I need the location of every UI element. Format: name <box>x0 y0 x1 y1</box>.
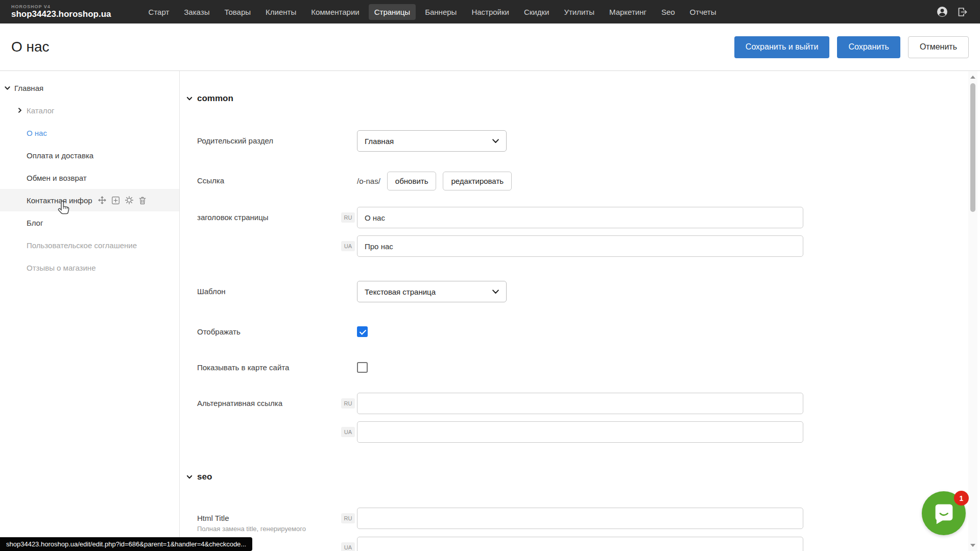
display-checkbox[interactable] <box>357 326 368 337</box>
pages-tree-sidebar: Главная Каталог О нас Оплата и доставка … <box>0 71 180 551</box>
html-title-ru-input[interactable] <box>357 508 803 529</box>
nav-clients[interactable]: Клиенты <box>260 4 302 20</box>
logout-icon[interactable] <box>957 7 968 17</box>
tree-item-blog[interactable]: Блог <box>0 211 179 234</box>
nav-seo[interactable]: Seo <box>656 4 681 20</box>
topbar: HOROSHOP V4 shop34423.horoshop.ua Старт … <box>0 0 980 23</box>
nav-marketing[interactable]: Маркетинг <box>604 4 652 20</box>
tree-item-about[interactable]: О нас <box>0 122 179 144</box>
lang-badge-ua: UA <box>341 241 355 251</box>
settings-icon[interactable] <box>125 196 134 205</box>
nav-start[interactable]: Старт <box>143 4 175 20</box>
tree-item-label: Оплата и доставка <box>27 151 93 160</box>
tree-item-label: Каталог <box>27 106 55 115</box>
chat-bubble-icon <box>931 500 957 526</box>
lang-badge-ru: RU <box>341 212 355 223</box>
vertical-scrollbar[interactable] <box>968 71 977 551</box>
tree-item-user-agreement[interactable]: Пользовательское соглашение <box>0 234 179 256</box>
select-value: Главная <box>365 137 394 146</box>
status-url-tooltip: shop34423.horoshop.ua/edit/edit.php?id=6… <box>0 537 252 551</box>
tree-item-label: Пользовательское соглашение <box>27 241 137 250</box>
section-seo-toggle[interactable]: seo <box>186 472 212 482</box>
page-header: О нас Сохранить и выйти Сохранить Отмени… <box>0 23 980 71</box>
alt-link-label: Альтернативная ссылка <box>197 398 282 409</box>
lang-badge-ua: UA <box>341 542 355 551</box>
cancel-button[interactable]: Отменить <box>908 36 969 58</box>
link-path: /o-nas/ <box>357 177 380 185</box>
chevron-down-icon[interactable] <box>4 85 11 91</box>
scroll-up-arrow-icon[interactable] <box>970 76 975 79</box>
move-icon[interactable] <box>98 196 107 205</box>
sitemap-checkbox[interactable] <box>357 362 368 373</box>
page-heading-label: заголовок страницы <box>197 212 269 223</box>
chevron-down-icon <box>186 474 193 480</box>
nav-settings[interactable]: Настройки <box>466 4 515 20</box>
html-title-ua-input[interactable] <box>357 537 803 551</box>
tree-item-label: Обмен и возврат <box>27 174 87 182</box>
scrollbar-thumb[interactable] <box>970 83 975 212</box>
nav-orders[interactable]: Заказы <box>178 4 215 20</box>
delete-icon[interactable] <box>138 196 147 205</box>
tree-item-label: О нас <box>27 129 47 137</box>
chat-unread-badge: 1 <box>954 491 969 506</box>
page-heading-ru-input[interactable] <box>357 207 803 228</box>
parent-section-label: Родительский раздел <box>197 136 273 146</box>
alt-link-ua-input[interactable] <box>357 421 803 443</box>
section-title: common <box>197 93 233 104</box>
html-title-label: Html Title <box>197 513 229 523</box>
select-value: Текстовая страница <box>365 288 436 296</box>
page-heading-ua-input[interactable] <box>357 235 803 257</box>
link-label: Ссылка <box>197 176 224 186</box>
nav-pages[interactable]: Страницы <box>369 4 416 20</box>
lang-badge-ru: RU <box>341 513 355 523</box>
tree-item-catalog[interactable]: Каталог <box>0 99 179 122</box>
template-label: Шаблон <box>197 286 226 297</box>
parent-section-select[interactable]: Главная <box>357 130 507 152</box>
chevron-down-icon <box>186 95 193 102</box>
tree-item-home[interactable]: Главная <box>0 77 179 99</box>
save-button[interactable]: Сохранить <box>837 36 900 58</box>
tree-item-payment-delivery[interactable]: Оплата и доставка <box>0 144 179 166</box>
app-logo[interactable]: HOROSHOP V4 shop34423.horoshop.ua <box>11 5 111 19</box>
alt-link-ru-input[interactable] <box>357 393 803 414</box>
lang-badge-ru: RU <box>341 398 355 409</box>
tree-item-label: Главная <box>14 84 43 92</box>
chevron-right-icon[interactable] <box>17 107 23 113</box>
link-edit-button[interactable]: редактировать <box>443 172 512 190</box>
section-title: seo <box>197 472 212 482</box>
tree-item-label: Блог <box>27 219 43 227</box>
tree-item-label: Контактная инфор <box>27 196 92 205</box>
link-row: /o-nas/ обновить редактировать <box>357 172 512 190</box>
nav-utilities[interactable]: Утилиты <box>558 4 600 20</box>
status-url-text: shop34423.horoshop.ua/edit/edit.php?id=6… <box>6 540 246 548</box>
account-icon[interactable] <box>937 6 948 17</box>
main-nav: Старт Заказы Товары Клиенты Комментарии … <box>143 4 722 20</box>
save-and-exit-button[interactable]: Сохранить и выйти <box>734 36 830 58</box>
add-icon[interactable] <box>111 196 120 205</box>
link-refresh-button[interactable]: обновить <box>387 172 437 190</box>
edit-form: common Родительский раздел Главная Ссылк… <box>180 71 969 551</box>
nav-reports[interactable]: Отчеты <box>684 4 722 20</box>
scroll-down-arrow-icon[interactable] <box>970 544 975 547</box>
chevron-down-icon <box>492 290 499 294</box>
display-label: Отображать <box>197 327 241 337</box>
tree-row-actions <box>98 196 147 205</box>
lang-badge-ua: UA <box>341 427 355 437</box>
tree-item-contact-info[interactable]: Контактная инфор <box>0 189 179 211</box>
section-common-toggle[interactable]: common <box>186 93 233 104</box>
tree-item-label: Отзывы о магазине <box>27 263 95 272</box>
sitemap-label: Показывать в карте сайта <box>197 363 289 373</box>
nav-products[interactable]: Товары <box>219 4 256 20</box>
logo-domain: shop34423.horoshop.ua <box>11 10 111 19</box>
nav-discounts[interactable]: Скидки <box>518 4 555 20</box>
template-select[interactable]: Текстовая страница <box>357 281 507 302</box>
html-title-hint: Полная замена title, генерируемого <box>197 525 306 533</box>
tree-item-exchange-return[interactable]: Обмен и возврат <box>0 166 179 189</box>
tree-item-store-reviews[interactable]: Отзывы о магазине <box>0 256 179 279</box>
page-title: О нас <box>11 39 50 55</box>
nav-comments[interactable]: Комментарии <box>305 4 365 20</box>
nav-banners[interactable]: Баннеры <box>419 4 462 20</box>
chevron-down-icon <box>492 139 499 143</box>
